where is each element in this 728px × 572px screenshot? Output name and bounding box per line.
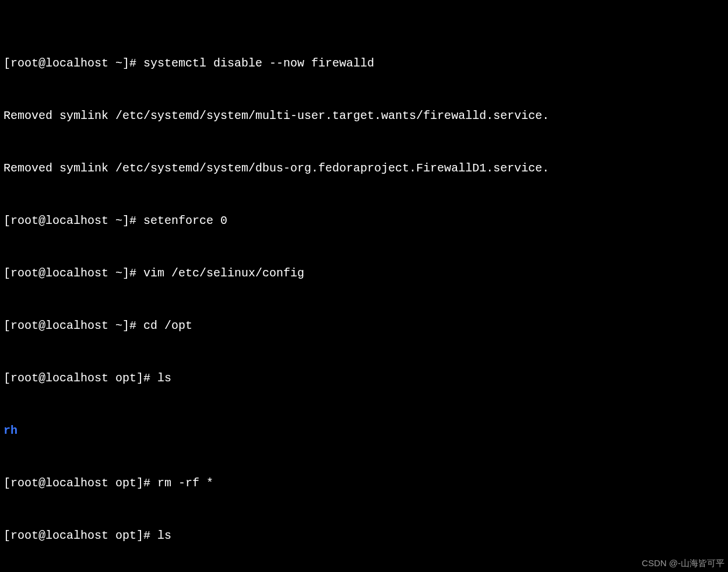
cmd-line: [root@localhost ~]# setenforce 0	[3, 212, 725, 230]
ls-dir-entry: rh	[3, 422, 725, 440]
command-text: rm -rf *	[157, 476, 213, 490]
cmd-line: [root@localhost opt]# rm -rf *	[3, 475, 725, 492]
command-text: vim /etc/selinux/config	[143, 266, 304, 280]
prompt: [root@localhost opt]#	[3, 371, 157, 385]
prompt: [root@localhost opt]#	[3, 529, 157, 542]
output-line: Removed symlink /etc/systemd/system/dbus…	[3, 160, 725, 177]
cmd-line: [root@localhost ~]# cd /opt	[3, 317, 725, 335]
output-line: Removed symlink /etc/systemd/system/mult…	[3, 107, 725, 125]
command-text: setenforce 0	[143, 214, 227, 227]
prompt: [root@localhost ~]#	[3, 319, 143, 332]
command-text: cd /opt	[143, 319, 192, 332]
terminal-output[interactable]: [root@localhost ~]# systemctl disable --…	[0, 0, 728, 572]
prompt: [root@localhost opt]#	[3, 476, 157, 490]
cmd-line: [root@localhost opt]# ls	[3, 370, 725, 387]
cmd-line: [root@localhost opt]# ls	[3, 527, 725, 545]
cmd-line: [root@localhost ~]# systemctl disable --…	[3, 55, 725, 72]
command-text: ls	[157, 529, 171, 542]
cmd-line: [root@localhost ~]# vim /etc/selinux/con…	[3, 265, 725, 282]
command-text: systemctl disable --now firewalld	[143, 57, 374, 70]
prompt: [root@localhost ~]#	[3, 57, 143, 70]
prompt: [root@localhost ~]#	[3, 214, 143, 227]
command-text: ls	[157, 371, 171, 385]
prompt: [root@localhost ~]#	[3, 266, 143, 280]
watermark: CSDN @-山海皆可平	[642, 557, 725, 570]
